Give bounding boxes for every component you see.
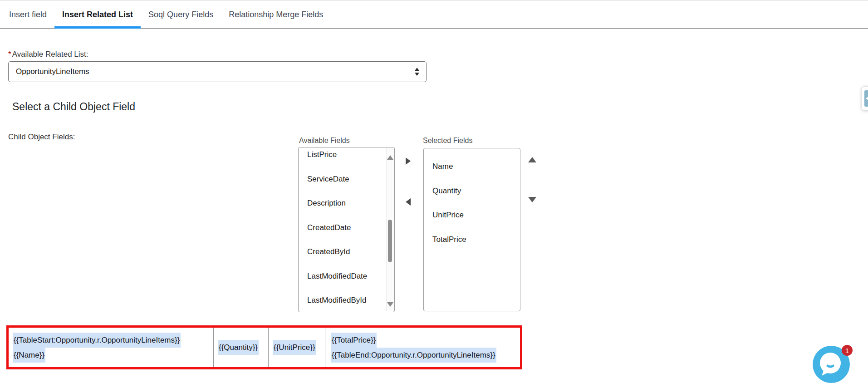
list-item[interactable]: TotalPrice	[424, 233, 512, 258]
chat-unread-badge: 1	[842, 345, 853, 356]
related-list-select[interactable]: OpportunityLineItems	[8, 61, 427, 82]
related-list-selected-value: OpportunityLineItems	[16, 67, 89, 76]
listbox-scrollbar[interactable]	[386, 148, 394, 311]
move-right-button[interactable]	[406, 157, 411, 165]
tab-label: Insert field	[9, 10, 47, 20]
tab-label: Soql Query Fields	[148, 10, 213, 20]
merge-field-token[interactable]: {{TotalPrice}}	[331, 333, 377, 348]
list-item[interactable]: ListPrice	[299, 148, 386, 173]
selected-fields-label: Selected Fields	[423, 137, 472, 145]
merge-field-token[interactable]: {{Quantity}}	[218, 340, 259, 355]
selected-fields-listbox[interactable]: Name Quantity UnitPrice TotalPrice	[423, 148, 520, 311]
side-dock-button[interactable]	[861, 86, 868, 111]
section-heading: Select a Child Object Field	[12, 101, 135, 113]
tab-label: Insert Related List	[62, 10, 133, 20]
tab-label: Relationship Merge Fields	[229, 10, 323, 20]
child-object-fields-label: Child Object Fields:	[8, 133, 75, 142]
list-item[interactable]: CreatedById	[299, 246, 386, 270]
selected-fields-items: Name Quantity UnitPrice TotalPrice	[424, 160, 512, 311]
available-fields-items: ListPrice ServiceDate Description Create…	[299, 148, 386, 312]
table-cell[interactable]: {{Quantity}}	[213, 328, 268, 367]
scroll-up-icon[interactable]	[387, 155, 393, 160]
arrow-right-icon	[406, 157, 411, 165]
list-item[interactable]: UnitPrice	[424, 209, 512, 233]
arrow-down-icon	[528, 197, 536, 202]
select-spinner-icon	[415, 68, 419, 76]
tab-relationship-merge-fields[interactable]: Relationship Merge Fields	[221, 1, 331, 28]
list-item[interactable]: Quantity	[424, 185, 512, 209]
arrow-up-icon	[528, 157, 536, 162]
move-down-button[interactable]	[528, 197, 536, 202]
table-cell[interactable]: {{TotalPrice}} {{TableEnd:Opportunity.r.…	[325, 328, 520, 367]
spinner-up-icon	[415, 68, 419, 71]
move-left-button[interactable]	[406, 198, 411, 206]
list-item[interactable]: LastModifiedDate	[299, 270, 386, 295]
scrollbar-thumb[interactable]	[388, 220, 392, 262]
tab-soql-query-fields[interactable]: Soql Query Fields	[141, 1, 221, 28]
move-up-button[interactable]	[528, 157, 536, 162]
list-item[interactable]: Name	[424, 160, 512, 185]
table-cell[interactable]: {{UnitPrice}}	[268, 328, 325, 367]
table-cell[interactable]: {{TableStart:Opportunity.r.OpportunityLi…	[9, 328, 213, 367]
available-fields-label: Available Fields	[299, 137, 350, 145]
available-fields-listbox[interactable]: ListPrice ServiceDate Description Create…	[298, 147, 395, 312]
merge-field-token[interactable]: {{TableStart:Opportunity.r.OpportunityLi…	[13, 333, 181, 348]
scroll-down-icon[interactable]	[387, 302, 393, 307]
list-item[interactable]: ServiceDate	[299, 173, 386, 197]
list-item[interactable]: LastModifiedById	[299, 294, 386, 312]
required-marker: *	[8, 50, 11, 59]
merge-field-token[interactable]: {{TableEnd:Opportunity.r.OpportunityLine…	[331, 348, 496, 363]
tab-insert-related-list[interactable]: Insert Related List	[54, 1, 141, 28]
tab-bar: Insert field Insert Related List Soql Qu…	[0, 0, 868, 29]
arrow-left-icon	[406, 198, 411, 206]
side-dock-icon	[864, 90, 868, 107]
merge-field-table: {{TableStart:Opportunity.r.OpportunityLi…	[6, 325, 522, 369]
list-item[interactable]: CreatedDate	[299, 221, 386, 246]
spinner-down-icon	[415, 73, 419, 76]
list-item[interactable]: Description	[299, 197, 386, 221]
tab-insert-field[interactable]: Insert field	[1, 1, 54, 28]
available-related-list-label: *Available Related List:	[8, 50, 88, 59]
merge-field-token[interactable]: {{Name}}	[13, 348, 45, 363]
merge-field-token[interactable]: {{UnitPrice}}	[273, 340, 316, 355]
chevron-left-icon	[866, 96, 868, 101]
screen: Insert field Insert Related List Soql Qu…	[0, 0, 868, 388]
